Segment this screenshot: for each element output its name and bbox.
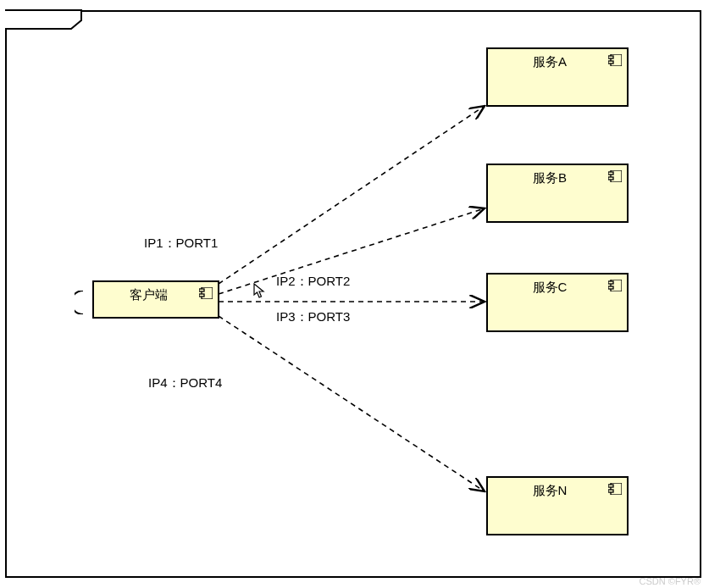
component-icon xyxy=(608,280,622,291)
frame-tab: cmp 问题 xyxy=(8,12,75,30)
svg-rect-8 xyxy=(608,177,613,180)
service-n-label: 服务N xyxy=(488,483,627,499)
svg-rect-2 xyxy=(199,294,204,297)
svg-rect-10 xyxy=(608,281,613,284)
frame-title: 问题 xyxy=(43,12,69,26)
required-interface-socket xyxy=(75,291,91,314)
component-icon xyxy=(608,54,622,66)
diagram-canvas: cmp 问题 客户端 服务A xyxy=(0,0,709,588)
service-b-component: 服务B xyxy=(486,164,629,223)
watermark: CSDN ©FYR® xyxy=(640,576,701,586)
service-a-label: 服务A xyxy=(488,54,627,70)
client-component: 客户端 xyxy=(92,280,219,319)
svg-rect-5 xyxy=(608,61,613,64)
edge-label-1: IP1：PORT1 xyxy=(144,236,218,252)
svg-rect-13 xyxy=(608,485,613,487)
edge-label-3: IP3：PORT3 xyxy=(276,309,350,325)
svg-rect-1 xyxy=(199,289,204,291)
service-b-label: 服务B xyxy=(488,170,627,186)
edge-label-4: IP4：PORT4 xyxy=(148,375,222,391)
component-icon xyxy=(608,483,622,495)
svg-rect-14 xyxy=(608,490,613,492)
service-c-component: 服务C xyxy=(486,273,629,332)
service-c-label: 服务C xyxy=(488,280,627,296)
component-icon xyxy=(608,170,622,182)
mouse-cursor-icon xyxy=(253,283,269,298)
svg-rect-7 xyxy=(608,172,613,175)
svg-rect-11 xyxy=(608,286,613,289)
service-n-component: 服务N xyxy=(486,476,629,535)
component-icon xyxy=(199,287,213,299)
service-a-component: 服务A xyxy=(486,47,629,107)
svg-rect-4 xyxy=(608,56,613,58)
edge-label-2: IP2：PORT2 xyxy=(276,274,350,290)
frame-prefix: cmp xyxy=(14,12,40,26)
